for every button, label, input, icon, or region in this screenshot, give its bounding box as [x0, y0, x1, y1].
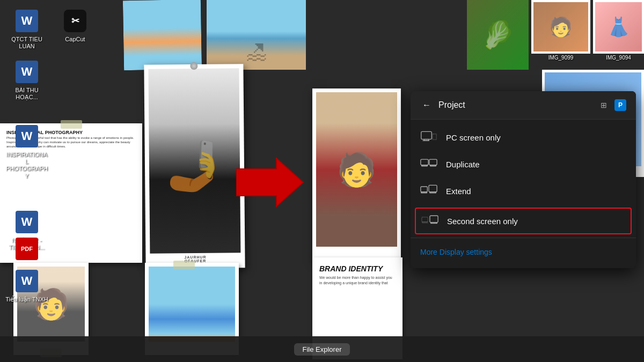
taskbar: File Explorer — [0, 336, 644, 362]
icon-bai-thu[interactable]: W BÀI THU HOẠC... — [5, 59, 48, 101]
svg-marker-0 — [236, 158, 303, 206]
photo-top-ocean — [123, 0, 202, 70]
photo-top-right-3: 👗 — [593, 0, 644, 54]
icon-inspirational-doc[interactable]: W INSPIRATIONAL PHOTOGRAPHY — [5, 123, 48, 180]
photo-mirror-selfie: 🤳 JAURHUROFAUFER — [144, 64, 245, 269]
panel-separator — [411, 238, 636, 238]
desktop: 🏖 🥬 🧑 👗 IMG_9099 IMG_9094 🤵 INSPIRATIONA… — [0, 0, 644, 362]
icon-pdf[interactable]: PDF — [5, 236, 48, 264]
svg-rect-4 — [433, 134, 436, 140]
menu-item-duplicate[interactable]: Duplicate — [411, 151, 636, 178]
svg-rect-8 — [429, 159, 437, 165]
brand-body: We would be more than happy to assist yo… — [319, 275, 396, 286]
svg-rect-17 — [422, 217, 428, 222]
single-monitor-icon — [420, 131, 437, 143]
file-explorer-taskbar-item[interactable]: File Explorer — [294, 343, 350, 356]
extend-label: Extend — [446, 187, 471, 196]
img-label-9094: IMG_9094 — [593, 55, 644, 61]
project-panel: ← Project ⊞ P PC screen only — [411, 91, 636, 268]
photo-top-right-1: 🥬 — [467, 0, 529, 70]
svg-rect-11 — [421, 187, 427, 192]
red-arrow — [236, 156, 306, 209]
svg-rect-14 — [429, 185, 437, 191]
grid-icon: ⊞ — [601, 101, 607, 109]
panel-header: ← Project ⊞ P — [411, 91, 636, 120]
more-display-settings-link[interactable]: More Display settings — [411, 240, 636, 264]
icon-tieu-luan[interactable]: W Tiểu luận TNXH — [5, 268, 48, 303]
photo-red-shirt: 🧑 — [312, 88, 401, 260]
menu-item-second-screen-only[interactable]: Second screen only — [416, 209, 631, 233]
pc-screen-only-label: PC screen only — [446, 133, 501, 142]
panel-back-button[interactable]: ← — [420, 99, 433, 112]
svg-rect-19 — [430, 216, 438, 222]
menu-item-extend[interactable]: Extend — [411, 178, 636, 204]
photo-top-right-2: 🧑 — [531, 0, 590, 54]
svg-rect-5 — [421, 159, 428, 165]
second-monitor-icon — [421, 215, 438, 227]
menu-item-second-screen-wrapper: Second screen only — [415, 208, 632, 234]
brand-title: BRAND IDENTITY — [319, 264, 396, 273]
extend-monitor-icon — [420, 185, 437, 197]
img-label-9099: IMG_9099 — [531, 55, 590, 61]
file-explorer-label: File Explorer — [303, 345, 342, 353]
icon-capcut[interactable]: ✂ CapCut — [54, 8, 97, 43]
second-screen-only-label: Second screen only — [447, 217, 518, 226]
menu-item-pc-screen-only[interactable]: PC screen only — [411, 124, 636, 151]
duplicate-label: Duplicate — [446, 160, 480, 169]
duplicate-monitor-icon — [420, 158, 437, 170]
p-badge: P — [614, 99, 626, 111]
photo-top-beach: 🏖 — [207, 0, 306, 70]
panel-title: Project — [438, 100, 595, 110]
panel-menu-list: PC screen only Duplicate — [411, 120, 636, 268]
svg-rect-1 — [421, 131, 432, 139]
icon-qtct[interactable]: W QTCT TIEU LUAN — [5, 8, 48, 50]
